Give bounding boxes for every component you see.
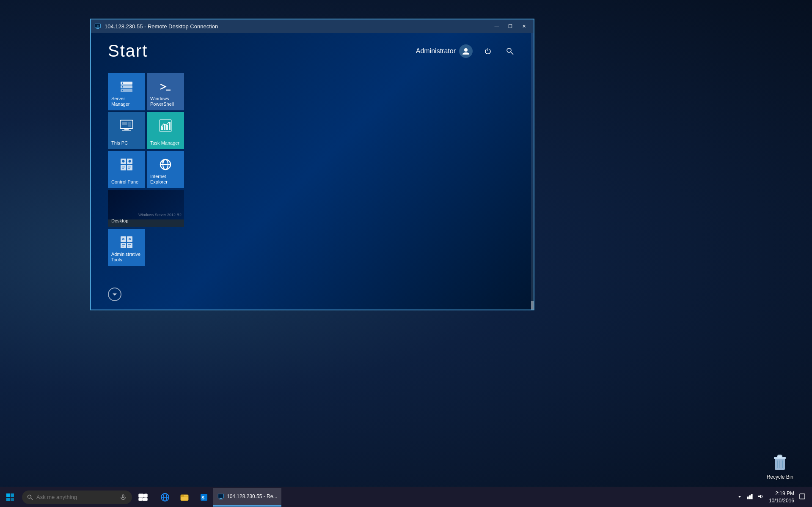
system-clock[interactable]: 2:19 PM 10/10/2016 [769,490,794,504]
tray-network[interactable] [745,492,754,502]
rdp-titlebar: 104.128.230.55 - Remote Desktop Connecti… [91,19,534,33]
tile-control-panel-label: Control Panel [111,179,140,185]
svg-rect-57 [128,244,131,245]
ie-icon: e [158,157,173,174]
svg-rect-20 [122,90,123,91]
svg-line-64 [31,498,33,500]
taskbar-explorer[interactable] [175,488,194,507]
tray-notification-button[interactable] [798,492,807,502]
taskbar-store[interactable]: S [195,488,213,507]
tile-server-manager[interactable]: Server Manager [108,73,145,110]
taskbar-ie[interactable] [156,488,174,507]
notification-icon [799,493,805,499]
svg-point-37 [122,160,125,163]
svg-rect-49 [121,243,126,248]
svg-rect-58 [128,246,130,247]
svg-rect-39 [122,167,125,167]
tile-windows-powershell[interactable]: WindowsPowerShell [147,73,184,110]
admin-tools-icon [119,235,134,252]
tile-server-manager-label: Server Manager [111,96,142,107]
svg-rect-9 [96,29,100,29]
desktop-preview: Windows Server 2012 R2 [108,190,184,219]
tile-ie-label: Internet Explorer [150,174,181,185]
power-button[interactable] [481,44,495,58]
tile-this-pc-label: This PC [111,140,128,146]
svg-rect-32 [169,122,171,130]
svg-point-13 [507,48,511,52]
taskbar-search[interactable] [22,491,132,504]
start-button[interactable] [0,487,20,507]
svg-rect-42 [128,168,130,169]
svg-rect-76 [181,496,188,497]
rdp-scrollbar-thumb [531,301,534,310]
taskbar: S 104.128.230.55 - Re... [0,487,812,507]
tile-control-panel[interactable]: Control Panel [108,151,145,188]
tile-grid: Server Manager WindowsPowerShell [91,60,534,280]
this-pc-icon [119,118,134,135]
taskbar-pinned: S [156,488,213,507]
tile-row-3: Control Panel e Internet Explorer [108,151,517,188]
taskbar-rdp-button[interactable]: 104.128.230.55 - Re... [213,488,281,507]
svg-rect-50 [127,243,132,248]
svg-text:S: S [201,495,204,500]
start-user-area: Administrator [416,44,517,58]
svg-rect-25 [122,130,131,131]
network-icon [747,493,753,499]
rdp-minimize-button[interactable]: — [490,22,503,31]
svg-rect-59 [6,493,10,497]
taskbar-rdp-icon [217,493,224,500]
tile-desktop-label: Desktop [111,218,128,224]
start-title: Start [108,41,148,60]
svg-rect-85 [751,494,752,499]
tile-admin-tools-label: AdministrativeTools [111,252,140,263]
server-manager-icon [119,79,134,96]
clock-time: 2:19 PM [769,490,794,497]
task-view-icon [138,493,148,502]
start-username[interactable]: Administrator [416,44,473,58]
recycle-bin-icon [770,452,790,472]
svg-rect-36 [127,165,132,170]
task-view-button[interactable] [134,488,152,507]
svg-text:e: e [162,159,164,164]
powershell-icon [158,79,173,96]
tile-administrative-tools[interactable]: AdministrativeTools [108,229,145,266]
system-tray: 2:19 PM 10/10/2016 [736,490,812,504]
svg-rect-35 [121,165,126,170]
svg-rect-8 [96,28,99,29]
svg-rect-31 [166,125,168,130]
svg-rect-87 [800,494,805,499]
svg-rect-11 [97,25,99,27]
rdp-close-button[interactable]: ✕ [517,22,530,31]
tray-volume[interactable] [756,492,765,502]
tile-desktop[interactable]: Windows Server 2012 R2 Desktop [108,190,184,227]
tile-task-manager[interactable]: Task Manager [147,112,184,149]
tile-internet-explorer[interactable]: e Internet Explorer [147,151,184,188]
rdp-window-title: 104.128.230.55 - Remote Desktop Connecti… [105,23,487,30]
svg-rect-29 [161,126,163,130]
tile-row-1: Server Manager WindowsPowerShell [108,73,517,110]
svg-rect-68 [144,494,147,497]
svg-rect-56 [122,246,124,247]
svg-rect-26 [122,122,127,125]
volume-icon [758,493,764,499]
recycle-bin[interactable]: Recycle Bin [765,450,795,482]
svg-rect-27 [128,122,131,127]
svg-rect-69 [139,498,142,501]
tile-row-2: This PC Task Manager [108,112,517,149]
tray-chevron[interactable] [736,493,743,502]
rdp-maximize-button[interactable]: ❐ [504,22,517,31]
taskbar-search-input[interactable] [36,494,117,500]
rdp-window: 104.128.230.55 - Remote Desktop Connecti… [90,19,534,310]
rdp-scrollbar[interactable] [531,33,534,310]
svg-point-12 [464,48,468,52]
svg-point-52 [123,239,124,240]
svg-rect-84 [749,496,750,499]
task-manager-icon [158,118,173,135]
tile-this-pc[interactable]: This PC [108,112,145,149]
start-search-button[interactable] [503,44,517,58]
tile-row-4: Windows Server 2012 R2 Desktop [108,190,517,227]
scroll-down-button[interactable] [108,288,121,301]
control-panel-icon [119,157,134,174]
clock-date: 10/10/2016 [769,497,794,504]
tile-row-5: AdministrativeTools [108,229,517,266]
